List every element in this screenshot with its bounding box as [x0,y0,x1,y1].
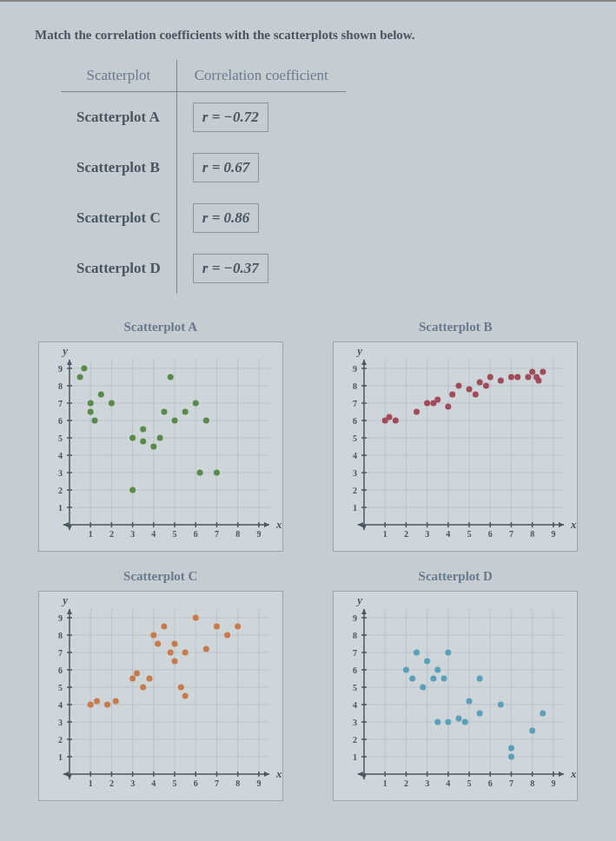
svg-text:6: 6 [194,529,198,539]
svg-point-74 [161,409,167,415]
svg-point-241 [167,650,173,656]
svg-marker-22 [67,360,72,365]
svg-text:9: 9 [552,529,556,539]
svg-point-155 [467,387,473,393]
svg-point-333 [529,728,535,734]
svg-marker-102 [559,522,564,527]
svg-text:1: 1 [58,752,63,762]
svg-point-70 [140,439,146,445]
col-header-scatterplot: Scatterplot [61,60,176,92]
svg-point-62 [76,374,83,381]
coefficient-box[interactable]: r = 0.86 [193,203,260,233]
svg-point-315 [409,676,415,682]
svg-point-240 [161,624,167,630]
scatterplot-c: Scatterplot C 112233445566778899xy [26,569,295,801]
plot-title: Scatterplot C [26,569,295,584]
correlation-table: Scatterplot Correlation coefficient Scat… [61,60,346,294]
svg-point-65 [87,409,93,415]
svg-point-161 [508,374,514,381]
svg-text:x: x [275,767,282,780]
svg-text:5: 5 [353,683,357,692]
svg-text:1: 1 [88,778,92,788]
svg-point-159 [487,374,493,381]
svg-point-149 [424,401,430,407]
svg-text:1: 1 [353,503,357,513]
svg-text:9: 9 [552,778,556,788]
svg-text:5: 5 [353,434,357,443]
svg-point-73 [156,435,162,441]
svg-point-314 [403,667,409,673]
svg-point-319 [431,676,437,682]
svg-marker-23 [67,525,72,530]
svg-text:2: 2 [109,778,114,788]
svg-point-325 [456,716,462,722]
svg-text:5: 5 [58,434,63,443]
svg-text:3: 3 [58,468,63,478]
svg-point-152 [446,404,452,410]
svg-point-330 [498,702,504,708]
svg-text:2: 2 [353,486,357,495]
svg-point-245 [182,693,188,699]
coefficient-box[interactable]: r = 0.67 [193,153,260,182]
svg-point-148 [414,409,420,415]
svg-text:3: 3 [353,468,357,478]
coefficient-box[interactable]: r = −0.37 [193,254,268,283]
row-label: Scatterplot C [61,193,176,243]
svg-point-231 [94,699,100,705]
svg-point-80 [203,418,209,424]
svg-text:7: 7 [509,529,513,539]
svg-text:7: 7 [353,399,357,408]
svg-marker-105 [361,360,367,365]
svg-text:x: x [275,518,282,531]
svg-point-162 [514,374,520,381]
svg-point-157 [477,380,483,386]
svg-text:7: 7 [509,778,513,788]
scatterplot-b: Scatterplot B 112233445566778899xy [321,320,591,552]
svg-marker-191 [67,774,72,779]
svg-text:2: 2 [404,529,408,539]
plot-svg-d: 112233445566778899xy [334,592,577,800]
svg-text:9: 9 [353,613,357,623]
svg-text:2: 2 [58,486,63,495]
svg-text:4: 4 [58,451,63,460]
svg-text:3: 3 [425,529,429,539]
svg-point-230 [87,702,93,708]
svg-marker-106 [361,525,367,530]
svg-text:y: y [355,344,362,357]
svg-marker-19 [264,522,269,527]
svg-text:2: 2 [109,529,114,539]
svg-text:8: 8 [235,778,240,788]
svg-text:8: 8 [353,631,357,640]
svg-point-166 [536,378,542,384]
svg-point-334 [540,711,546,717]
svg-point-64 [87,401,93,407]
svg-point-72 [150,444,156,450]
svg-point-237 [146,676,152,682]
svg-point-236 [140,685,146,691]
svg-text:4: 4 [447,778,451,788]
svg-text:7: 7 [58,399,63,408]
svg-point-331 [508,745,514,752]
svg-text:8: 8 [58,631,63,640]
svg-text:4: 4 [151,778,156,788]
svg-text:3: 3 [58,718,63,727]
svg-text:8: 8 [58,381,63,391]
svg-point-332 [508,754,514,760]
svg-text:4: 4 [58,700,63,710]
svg-text:6: 6 [353,666,357,675]
coefficient-box[interactable]: r = −0.72 [193,103,268,132]
svg-point-329 [477,711,483,717]
svg-text:y: y [355,593,362,606]
svg-point-68 [109,401,115,407]
svg-text:1: 1 [88,529,92,539]
svg-marker-187 [264,771,269,777]
svg-text:7: 7 [215,529,219,539]
svg-text:5: 5 [172,778,176,788]
svg-point-242 [171,641,177,647]
svg-text:9: 9 [353,364,357,374]
svg-text:4: 4 [151,529,156,539]
svg-point-67 [98,392,104,398]
svg-point-320 [434,667,440,673]
row-label: Scatterplot B [61,142,176,193]
svg-point-328 [477,676,483,682]
